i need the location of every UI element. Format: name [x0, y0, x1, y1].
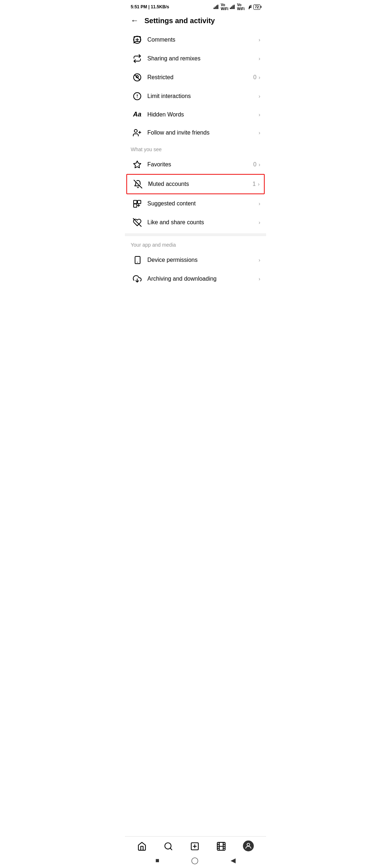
- muted-accounts-label: Muted accounts: [148, 181, 252, 187]
- settings-item-archive[interactable]: Archiving and downloading ›: [125, 269, 266, 288]
- muted-chevron: ›: [258, 181, 260, 187]
- limit-chevron: ›: [258, 93, 260, 99]
- mute-icon: [131, 180, 144, 188]
- wifi-label-1: VoWiFi: [221, 3, 228, 11]
- restricted-icon: [131, 73, 144, 82]
- signal-icon-2: [230, 5, 236, 9]
- settings-item-hidden-words[interactable]: Aa Hidden Words ›: [125, 106, 266, 123]
- page-header: ← Settings and activity: [125, 12, 266, 30]
- svg-rect-23: [134, 204, 137, 207]
- svg-rect-3: [217, 5, 218, 9]
- status-bar: 5:51 PM | 11.5KB/s VoWiFi VoWiFi 72: [125, 0, 266, 12]
- svg-rect-1: [215, 7, 216, 9]
- svg-line-20: [134, 180, 142, 188]
- device-chevron: ›: [258, 257, 260, 263]
- svg-rect-4: [230, 8, 231, 9]
- settings-item-muted[interactable]: Muted accounts 1 ›: [126, 174, 265, 194]
- star-icon: [131, 160, 144, 169]
- section-divider: [125, 233, 266, 236]
- settings-item-follow-invite[interactable]: Follow and invite friends ›: [125, 123, 266, 142]
- settings-item-suggested[interactable]: Suggested content ›: [125, 194, 266, 213]
- favorites-count: 0: [253, 161, 256, 168]
- follow-invite-chevron: ›: [258, 130, 260, 136]
- favorites-label: Favorites: [147, 161, 253, 168]
- sharing-chevron: ›: [258, 56, 260, 61]
- suggested-chevron: ›: [258, 201, 260, 207]
- svg-point-12: [136, 76, 138, 78]
- svg-rect-22: [138, 200, 141, 204]
- status-right: VoWiFi VoWiFi 72: [214, 3, 260, 11]
- page-title: Settings and activity: [144, 17, 215, 25]
- muted-count: 1: [252, 181, 256, 187]
- svg-rect-5: [231, 7, 232, 9]
- archive-chevron: ›: [258, 276, 260, 282]
- svg-rect-6: [232, 5, 234, 9]
- text-icon: Aa: [131, 111, 144, 118]
- comments-label: Comments: [147, 37, 258, 43]
- archive-label: Archiving and downloading: [147, 276, 258, 282]
- svg-point-16: [134, 129, 137, 132]
- svg-rect-21: [134, 200, 137, 204]
- settings-item-restricted[interactable]: Restricted 0 ›: [125, 68, 266, 87]
- limit-icon: [131, 92, 144, 101]
- wifi-icon: [246, 5, 252, 9]
- limit-label: Limit interactions: [147, 93, 258, 99]
- svg-rect-0: [214, 8, 215, 9]
- archive-icon: [131, 275, 144, 283]
- settings-item-comments[interactable]: Comments ›: [125, 30, 266, 49]
- heart-off-icon: [131, 218, 144, 227]
- add-person-icon: [131, 128, 144, 137]
- like-counts-label: Like and share counts: [147, 219, 258, 226]
- comment-icon: [131, 35, 144, 44]
- what-you-see-section: What you see: [125, 142, 266, 155]
- suggested-label: Suggested content: [147, 200, 258, 207]
- status-time: 5:51 PM | 11.5KB/s: [131, 4, 169, 9]
- back-button[interactable]: ←: [131, 16, 139, 25]
- device-label: Device permissions: [147, 257, 258, 263]
- settings-item-sharing[interactable]: Sharing and remixes ›: [125, 49, 266, 68]
- suggested-icon: [131, 199, 144, 208]
- favorites-chevron: ›: [258, 162, 260, 167]
- svg-rect-7: [234, 5, 235, 9]
- restricted-label: Restricted: [147, 74, 253, 81]
- restricted-chevron: ›: [258, 75, 260, 80]
- settings-item-limit[interactable]: Limit interactions ›: [125, 87, 266, 106]
- hidden-words-label: Hidden Words: [147, 111, 258, 118]
- restricted-count: 0: [253, 74, 256, 81]
- settings-item-like-counts[interactable]: Like and share counts ›: [125, 213, 266, 232]
- remix-icon: [131, 54, 144, 63]
- wifi-label-2: VoWiFi: [237, 3, 245, 11]
- settings-item-device[interactable]: Device permissions ›: [125, 251, 266, 269]
- signal-icon: [214, 5, 219, 9]
- sharing-label: Sharing and remixes: [147, 55, 258, 62]
- comments-chevron: ›: [258, 37, 260, 43]
- like-counts-chevron: ›: [258, 220, 260, 225]
- device-icon: [131, 256, 144, 264]
- svg-rect-2: [216, 5, 217, 9]
- follow-invite-label: Follow and invite friends: [147, 129, 258, 136]
- settings-item-favorites[interactable]: Favorites 0 ›: [125, 155, 266, 174]
- hidden-words-chevron: ›: [258, 112, 260, 118]
- svg-marker-19: [134, 161, 141, 168]
- svg-point-8: [249, 8, 249, 9]
- app-media-section: Your app and media: [125, 238, 266, 251]
- battery: 72: [253, 4, 260, 10]
